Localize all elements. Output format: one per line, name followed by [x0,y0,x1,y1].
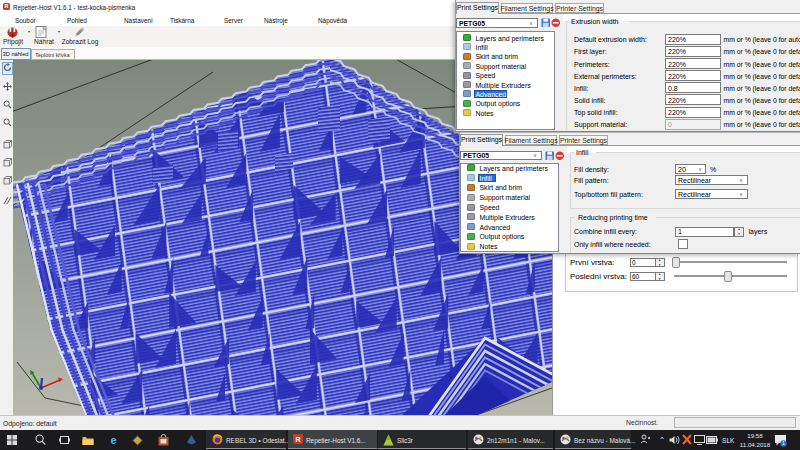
svg-text:1: 1 [782,440,785,446]
